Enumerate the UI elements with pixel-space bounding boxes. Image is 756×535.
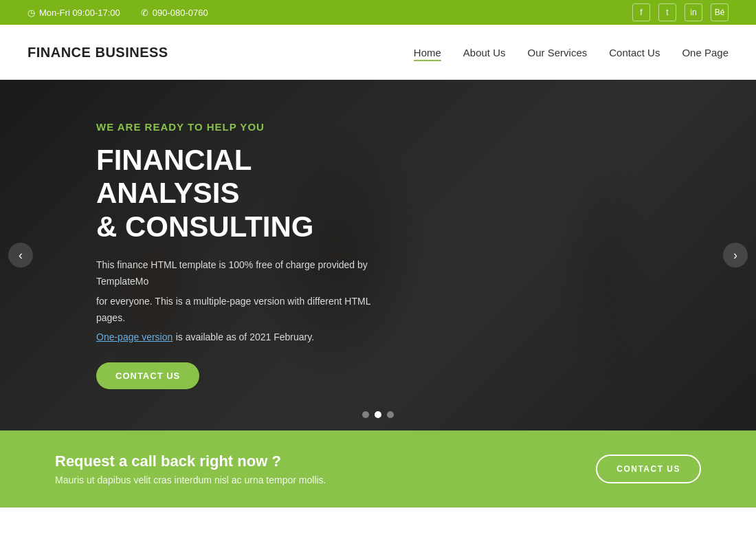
facebook-icon[interactable]: f bbox=[632, 3, 650, 21]
callback-button[interactable]: CONTACT US bbox=[596, 455, 701, 483]
header: FINANCE BUSINESS Home About Us Our Servi… bbox=[0, 25, 756, 80]
behance-icon[interactable]: Bé bbox=[711, 3, 729, 21]
carousel-next-button[interactable]: › bbox=[723, 243, 748, 268]
hero-subtitle: WE ARE READY TO HELP YOU bbox=[96, 121, 399, 133]
phone-number: ✆ 090-080-0760 bbox=[141, 8, 208, 18]
office-hours: ◷ Mon-Fri 09:00-17:00 bbox=[27, 8, 120, 18]
callback-desc: Mauris ut dapibus velit cras interdum ni… bbox=[55, 474, 326, 485]
hero-link-line: One-page version is available as of 2021… bbox=[96, 331, 399, 343]
nav-home[interactable]: Home bbox=[414, 47, 441, 58]
hero-description-2: for everyone. This is a multiple-page ve… bbox=[96, 294, 399, 327]
top-bar-left: ◷ Mon-Fri 09:00-17:00 ✆ 090-080-0760 bbox=[27, 8, 208, 18]
nav-onepage[interactable]: One Page bbox=[682, 47, 729, 58]
hero-description-1: This finance HTML template is 100% free … bbox=[96, 257, 399, 290]
carousel-dot-1[interactable] bbox=[362, 411, 369, 418]
callback-title: Request a call back right now ? bbox=[55, 452, 326, 470]
top-bar: ◷ Mon-Fri 09:00-17:00 ✆ 090-080-0760 f t… bbox=[0, 0, 756, 25]
linkedin-icon[interactable]: in bbox=[685, 3, 702, 21]
hero-section: ‹ WE ARE READY TO HELP YOU FINANCIAL ANA… bbox=[0, 80, 756, 430]
hero-content: WE ARE READY TO HELP YOU FINANCIAL ANALY… bbox=[0, 121, 399, 389]
main-nav: Home About Us Our Services Contact Us On… bbox=[414, 47, 729, 58]
phone-icon: ✆ bbox=[141, 8, 148, 18]
nav-about[interactable]: About Us bbox=[463, 47, 506, 58]
carousel-prev-button[interactable]: ‹ bbox=[8, 243, 33, 268]
site-logo: FINANCE BUSINESS bbox=[27, 45, 168, 61]
hero-title: FINANCIAL ANALYSIS & CONSULTING bbox=[96, 144, 399, 243]
social-links: f t in Bé bbox=[632, 3, 729, 21]
nav-contact[interactable]: Contact Us bbox=[609, 47, 660, 58]
twitter-icon[interactable]: t bbox=[658, 3, 676, 21]
callback-text: Request a call back right now ? Mauris u… bbox=[55, 452, 326, 485]
hero-contact-button[interactable]: CONTACT US bbox=[96, 362, 199, 389]
carousel-dot-3[interactable] bbox=[387, 411, 394, 418]
services-section: Financial Services ALIQUAM ID URNA IMPER… bbox=[0, 507, 756, 535]
one-page-link[interactable]: One-page version bbox=[96, 331, 173, 342]
callback-section: Request a call back right now ? Mauris u… bbox=[0, 430, 756, 507]
nav-services[interactable]: Our Services bbox=[528, 47, 588, 58]
clock-icon: ◷ bbox=[27, 8, 35, 18]
carousel-dot-2[interactable] bbox=[375, 411, 381, 418]
carousel-dots bbox=[362, 411, 394, 418]
